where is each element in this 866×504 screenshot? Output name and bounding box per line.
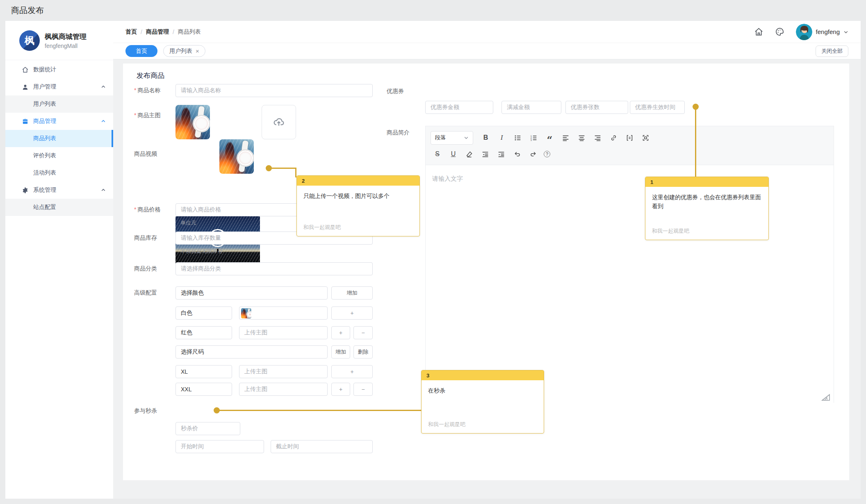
seckill-price-input[interactable]: 秒杀价 bbox=[175, 422, 240, 435]
align-left-icon[interactable] bbox=[559, 131, 572, 145]
value: 白色 bbox=[181, 309, 192, 317]
name-label: *商品名称 bbox=[134, 87, 160, 94]
placeholder: 截止时间 bbox=[276, 443, 299, 450]
coupon-valid-time-input[interactable]: 优惠券生效时间 bbox=[630, 101, 685, 114]
tour-step-footer: 和我一起观星吧 bbox=[428, 421, 465, 428]
app-window: 枫 枫枫商城管理 fengfengMall 数据统计 用户管理 用户列表 bbox=[5, 21, 861, 499]
home-icon[interactable] bbox=[754, 27, 763, 36]
help-icon[interactable]: ? bbox=[542, 148, 552, 161]
image-upload-button[interactable] bbox=[262, 105, 296, 139]
sidebar-item-review-list[interactable]: 评价列表 bbox=[5, 147, 113, 164]
fullscreen-icon[interactable] bbox=[639, 131, 652, 145]
value: 红色 bbox=[181, 329, 192, 336]
user-menu[interactable]: fengfeng bbox=[796, 24, 848, 40]
size-add-button[interactable]: 增加 bbox=[331, 345, 350, 359]
underline-icon[interactable]: U bbox=[447, 148, 460, 161]
code-block-icon[interactable] bbox=[623, 131, 636, 145]
size-group-input[interactable]: 选择尺码 bbox=[175, 345, 328, 359]
category-select[interactable]: 请选择商品分类 bbox=[175, 262, 373, 275]
strikethrough-icon[interactable]: S bbox=[431, 148, 444, 161]
redo-icon[interactable] bbox=[526, 148, 540, 161]
link-icon[interactable] bbox=[607, 131, 620, 145]
color-row-plus-button[interactable]: + bbox=[331, 306, 373, 320]
indent-icon[interactable] bbox=[495, 148, 508, 161]
ordered-list-icon[interactable]: 123 bbox=[527, 131, 540, 145]
page-title: 商品发布 bbox=[11, 5, 44, 16]
color-row-minus-button[interactable]: − bbox=[353, 326, 373, 339]
breadcrumb-home[interactable]: 首页 bbox=[125, 28, 137, 36]
align-center-icon[interactable] bbox=[575, 131, 588, 145]
placeholder: 满减金额 bbox=[507, 104, 530, 111]
chevron-up-icon bbox=[101, 188, 106, 193]
color-image-upload[interactable]: 上传主图 bbox=[239, 326, 328, 339]
resize-handle-icon[interactable] bbox=[821, 394, 830, 401]
coupon-threshold-input[interactable]: 满减金额 bbox=[501, 101, 561, 114]
size-image-upload[interactable]: 上传主图 bbox=[239, 365, 328, 378]
header-bar: 首页 / 商品管理 / 商品列表 fengfeng bbox=[113, 21, 861, 43]
avatar bbox=[796, 24, 812, 40]
sidebar-subitem-label: 商品列表 bbox=[33, 135, 56, 142]
placeholder: 秒杀价 bbox=[181, 425, 198, 432]
color-group-input[interactable]: 选择颜色 bbox=[175, 286, 328, 300]
close-all-button[interactable]: 关闭全部 bbox=[816, 45, 848, 57]
tab-label: 首页 bbox=[136, 48, 147, 55]
coupon-count-input[interactable]: 优惠券张数 bbox=[565, 101, 628, 114]
editor-body[interactable]: 请输入文字 bbox=[426, 165, 834, 404]
chevron-down-icon bbox=[843, 30, 848, 34]
required-mark: * bbox=[134, 206, 136, 213]
description-label: 商品简介 bbox=[387, 129, 410, 136]
outdent-icon[interactable] bbox=[479, 148, 492, 161]
seckill-start-input[interactable]: 开始时间 bbox=[175, 440, 264, 453]
tab-user-list[interactable]: 用户列表 × bbox=[163, 45, 205, 57]
tab-home[interactable]: 首页 bbox=[125, 45, 157, 57]
sidebar-item-user-list[interactable]: 用户列表 bbox=[5, 95, 113, 113]
tour-line bbox=[695, 107, 696, 177]
close-icon[interactable]: × bbox=[196, 48, 199, 54]
color-name-input[interactable]: 红色 bbox=[175, 326, 232, 339]
tour-step-number: 2 bbox=[297, 176, 419, 186]
value: XL bbox=[181, 368, 188, 375]
sidebar-item-site-config[interactable]: 站点配置 bbox=[5, 199, 113, 216]
color-add-button[interactable]: 增加 bbox=[331, 286, 373, 300]
quote-icon[interactable]: “ bbox=[543, 131, 556, 145]
size-image-upload[interactable]: 上传主图 bbox=[239, 383, 328, 396]
breadcrumb-separator: / bbox=[141, 29, 142, 35]
size-row-plus-button[interactable]: + bbox=[331, 383, 350, 396]
color-image-field[interactable] bbox=[239, 306, 328, 320]
bold-icon[interactable]: B bbox=[479, 131, 492, 145]
sidebar-subitem-label: 站点配置 bbox=[33, 204, 56, 211]
size-row-plus-button[interactable]: + bbox=[331, 365, 373, 378]
product-image-thumb[interactable] bbox=[219, 139, 254, 174]
color-row-plus-button[interactable]: + bbox=[331, 326, 350, 339]
value: XXL bbox=[181, 386, 191, 393]
coupon-amount-input[interactable]: 优惠券金额 bbox=[425, 101, 493, 114]
palette-icon[interactable] bbox=[775, 27, 784, 36]
paragraph-select[interactable]: 段落 bbox=[431, 131, 473, 145]
color-name-input[interactable]: 白色 bbox=[175, 306, 232, 320]
sidebar-item-user-mgmt[interactable]: 用户管理 bbox=[5, 78, 113, 95]
sidebar-item-data-stats[interactable]: 数据统计 bbox=[5, 61, 113, 78]
size-name-input[interactable]: XXL bbox=[175, 383, 232, 396]
align-right-icon[interactable] bbox=[591, 131, 604, 145]
seckill-end-input[interactable]: 截止时间 bbox=[271, 440, 373, 453]
placeholder: 请输入库存数量 bbox=[181, 234, 221, 242]
italic-icon[interactable]: I bbox=[495, 131, 508, 145]
size-row-minus-button[interactable]: − bbox=[353, 383, 373, 396]
undo-icon[interactable] bbox=[510, 148, 524, 161]
sidebar-item-system-mgmt[interactable]: 系统管理 bbox=[5, 182, 113, 199]
size-name-input[interactable]: XL bbox=[175, 365, 232, 378]
window-title-bar: 商品发布 bbox=[0, 0, 866, 21]
chevron-up-icon bbox=[101, 119, 106, 124]
publish-form-card: 发布商品 *商品名称 请输入商品名称 *商品主图 商品视频 bbox=[123, 64, 849, 480]
product-image-thumb[interactable] bbox=[175, 105, 210, 139]
name-input[interactable]: 请输入商品名称 bbox=[175, 84, 373, 97]
bullet-list-icon[interactable] bbox=[511, 131, 524, 145]
sidebar-item-product-list[interactable]: 商品列表 bbox=[5, 130, 113, 147]
breadcrumb-product-mgmt[interactable]: 商品管理 bbox=[146, 28, 169, 36]
tour-step-number: 3 bbox=[422, 370, 544, 380]
eraser-icon[interactable] bbox=[463, 148, 476, 161]
sidebar-item-product-mgmt[interactable]: 商品管理 bbox=[5, 113, 113, 130]
size-delete-button[interactable]: 删除 bbox=[353, 345, 373, 359]
sidebar-item-activity-list[interactable]: 活动列表 bbox=[5, 164, 113, 182]
tour-step-text: 在秒杀 bbox=[422, 380, 544, 401]
